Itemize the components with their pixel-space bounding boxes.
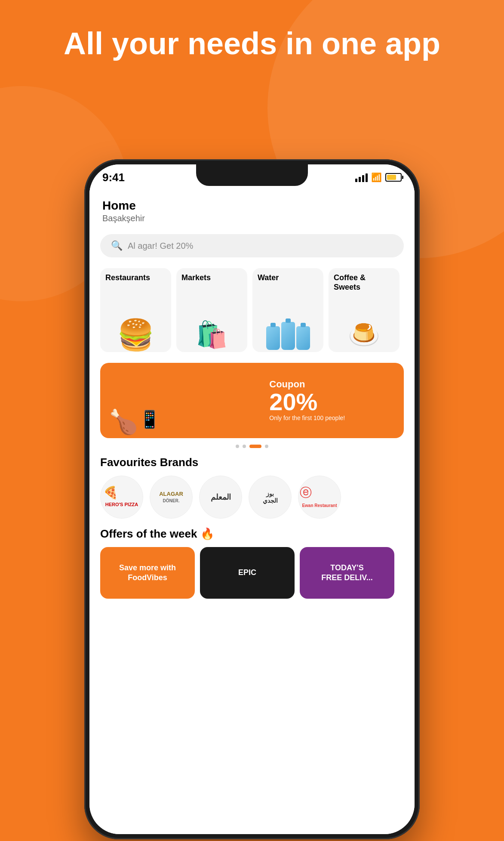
signal-bar-3 xyxy=(362,175,364,182)
ewan-text: Ewan Restaurant xyxy=(300,501,339,510)
notch xyxy=(196,164,308,186)
category-markets-label: Markets xyxy=(176,268,247,284)
carousel-dots xyxy=(89,445,415,448)
app-header: Home Başakşehir xyxy=(89,190,415,228)
banner-discount: 20% xyxy=(269,390,395,414)
offer-free-label: TODAY'SFREE DELIV... xyxy=(317,559,377,587)
category-water-label: Water xyxy=(252,268,323,284)
search-bar[interactable]: 🔍 Al agar! Get 20% xyxy=(100,234,404,257)
category-restaurants[interactable]: Restaurants 🍔 xyxy=(100,268,171,352)
signal-bar-4 xyxy=(366,173,368,182)
offer-epic-label: EPIC xyxy=(234,563,261,582)
brand-ewan[interactable]: ⓔ Ewan Restaurant xyxy=(298,476,341,519)
alagar-text: ALAGARDÖNER. xyxy=(157,489,185,506)
coffee-icon: 🍮 xyxy=(348,319,380,352)
burger-icon: 🍔 xyxy=(117,320,154,352)
category-markets[interactable]: Markets 🛍️ xyxy=(176,268,247,352)
category-markets-img: 🛍️ xyxy=(176,284,247,352)
phone-frame: 9:41 📶 xyxy=(84,159,420,839)
battery-fill xyxy=(387,175,396,180)
bouz-text: بوزالجدي xyxy=(261,488,280,506)
brand-bouz[interactable]: بوزالجدي xyxy=(249,476,292,519)
offer-save-more[interactable]: Save more withFoodVibes xyxy=(100,547,195,599)
battery-icon xyxy=(385,173,402,182)
bottle-1 xyxy=(266,326,280,350)
signal-bar-2 xyxy=(359,177,361,182)
market-icon: 🛍️ xyxy=(196,319,228,352)
offer-free-delivery[interactable]: TODAY'SFREE DELIV... xyxy=(300,547,394,599)
offers-row: Save more withFoodVibes EPIC TODAY'SFREE… xyxy=(89,543,415,603)
power-button xyxy=(419,288,420,323)
offers-title: Offers of the week 🔥 xyxy=(89,523,415,543)
brand-mualim[interactable]: المعلم xyxy=(199,476,242,519)
search-placeholder: Al agar! Get 20% xyxy=(128,241,193,251)
volume-button xyxy=(419,340,420,392)
signal-bar-1 xyxy=(355,179,357,182)
banner-right: Coupon 20% Only for the first 100 people… xyxy=(267,372,404,428)
brand-alagar-label: ALAGARDÖNER. xyxy=(157,489,185,506)
phone-screen: 9:41 📶 xyxy=(89,164,415,834)
dot-2 xyxy=(243,445,246,448)
bottle-2 xyxy=(281,322,295,350)
mualim-text: المعلم xyxy=(209,490,233,504)
category-coffee-label: Coffee & Sweets xyxy=(329,268,400,294)
category-grid: Restaurants 🍔 Markets 🛍️ xyxy=(89,264,415,356)
brand-heros-pizza[interactable]: 🍕 HERO'S PIZZA xyxy=(100,476,143,519)
hero-title: All your needs in one app xyxy=(0,26,504,62)
app-content: Home Başakşehir 🔍 Al agar! Get 20% Resta… xyxy=(89,190,415,834)
wifi-icon: 📶 xyxy=(371,172,382,182)
phone-mockup: 9:41 📶 xyxy=(84,159,420,841)
category-restaurants-label: Restaurants xyxy=(100,268,171,284)
dot-1 xyxy=(236,445,239,448)
category-coffee-img: 🍮 xyxy=(329,294,400,352)
favourites-title: Favourites Brands xyxy=(89,451,415,471)
brand-ewan-label: ⓔ Ewan Restaurant xyxy=(300,485,339,510)
category-water-img xyxy=(252,284,323,352)
dot-4 xyxy=(265,445,268,448)
brands-row: 🍕 HERO'S PIZZA ALAGARDÖNER. المعلم xyxy=(89,471,415,523)
signal-icon xyxy=(355,173,368,182)
brand-alagar[interactable]: ALAGARDÖNER. xyxy=(150,476,193,519)
header-location: Başakşehir xyxy=(102,213,402,223)
category-coffee[interactable]: Coffee & Sweets 🍮 xyxy=(329,268,400,352)
water-bottles-icon xyxy=(264,320,312,352)
food-icon: 🍗 xyxy=(109,408,138,436)
status-icons: 📶 xyxy=(355,172,402,182)
bottle-3 xyxy=(296,326,310,350)
category-water[interactable]: Water xyxy=(252,268,323,352)
search-icon: 🔍 xyxy=(111,240,123,251)
banner-left: 🍗 📱 xyxy=(100,363,267,438)
status-time: 9:41 xyxy=(102,171,125,184)
offer-epic[interactable]: EPIC xyxy=(200,547,295,599)
banner-sub: Only for the first 100 people! xyxy=(269,414,395,422)
heros-text: HERO'S PIZZA xyxy=(103,500,141,509)
scroll-content[interactable]: Home Başakşehir 🔍 Al agar! Get 20% Resta… xyxy=(89,190,415,834)
offer-save-label: Save more withFoodVibes xyxy=(115,559,180,587)
brand-heros-label: 🍕 HERO'S PIZZA xyxy=(103,485,141,509)
promo-banner[interactable]: 🍗 📱 Coupon 20% Only for the first 100 pe… xyxy=(100,363,404,438)
phone-icon: 📱 xyxy=(139,409,160,430)
header-title: Home xyxy=(102,199,402,213)
category-restaurants-img: 🍔 xyxy=(100,284,171,352)
dot-3-active xyxy=(249,445,261,448)
